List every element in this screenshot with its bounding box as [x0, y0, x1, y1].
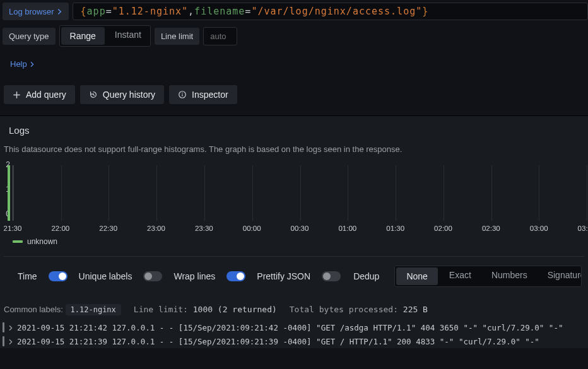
query-input[interactable]: {app="1.12-nginx",filename="/var/log/ngi… [73, 3, 588, 20]
log-text: 2021-09-15 21:21:39 127.0.0.1 - - [15/Se… [17, 337, 539, 346]
time-toggle[interactable] [49, 271, 68, 281]
common-labels-label: Common labels: [4, 305, 63, 314]
legend-swatch-icon [13, 240, 23, 243]
chart-gridline [396, 165, 396, 221]
line-limit-input[interactable] [203, 27, 237, 45]
log-text: 2021-09-15 21:21:42 127.0.0.1 - - [15/Se… [17, 323, 563, 332]
query-key-app: app [87, 6, 106, 17]
x-tick: 03:30 [578, 225, 588, 232]
dedup-signature[interactable]: Signature [538, 266, 582, 286]
prettify-json-toggle[interactable] [322, 271, 341, 281]
query-type-label: Query type [3, 28, 56, 45]
logs-histogram-chart[interactable]: 2 1 0 21:3022:0022:3023:0023:3000:0000:3… [0, 163, 588, 232]
info-icon [178, 90, 187, 99]
logs-panel-title: Logs [0, 124, 588, 144]
dedup-group: None Exact Numbers Signature [394, 266, 582, 287]
x-tick: 23:30 [195, 225, 213, 232]
inspector-label: Inspector [192, 90, 228, 100]
chart-gridline [539, 165, 539, 221]
bytes-processed-value: 225 B [403, 305, 428, 314]
unique-labels-toggle[interactable] [143, 271, 162, 281]
x-tick: 23:00 [147, 225, 165, 232]
query-val-app: "1.12-nginx" [112, 6, 188, 17]
chart-gridline [13, 165, 14, 221]
dedup-exact[interactable]: Exact [439, 266, 481, 286]
x-tick: 01:00 [338, 225, 356, 232]
chart-gridline [587, 165, 587, 221]
wrap-lines-toggle[interactable] [226, 271, 245, 281]
dedup-numbers[interactable]: Numbers [481, 266, 538, 286]
log-level-bar-icon [3, 336, 4, 346]
help-label: Help [10, 59, 27, 69]
chart-gridline [156, 165, 157, 221]
chart-gridline [300, 165, 301, 221]
time-toggle-label: Time [18, 271, 37, 281]
query-brace-close: } [422, 6, 428, 17]
chevron-right-icon[interactable] [8, 337, 13, 346]
histogram-note: This datasource does not support full-ra… [0, 144, 588, 160]
svg-rect-2 [182, 94, 182, 97]
bytes-processed-label: Total bytes processed: [290, 305, 398, 314]
query-val-filename: "/var/log/nginx/access.log" [251, 6, 422, 17]
chart-legend[interactable]: unknown [0, 236, 588, 252]
history-icon [89, 90, 98, 99]
unique-labels-toggle-label: Unique labels [79, 271, 132, 281]
histogram-bar[interactable] [8, 165, 10, 221]
plus-icon [13, 91, 21, 99]
chart-gridline [61, 165, 62, 221]
log-row[interactable]: 2021-09-15 21:21:42 127.0.0.1 - - [15/Se… [0, 320, 588, 334]
log-browser-button[interactable]: Log browser [3, 3, 69, 20]
log-level-bar-icon [3, 322, 4, 332]
chevron-right-icon [57, 9, 62, 15]
log-row[interactable]: 2021-09-15 21:21:39 127.0.0.1 - - [15/Se… [0, 334, 588, 348]
chart-gridline [204, 165, 205, 221]
line-limit-label: Line limit [155, 28, 199, 45]
line-limit-stat-value: 1000 (2 returned) [193, 305, 277, 314]
chevron-right-icon [30, 62, 35, 67]
chart-gridline [348, 165, 348, 221]
x-tick: 02:30 [482, 225, 500, 232]
common-label-pill[interactable]: 1.12-nginx [66, 304, 121, 315]
query-brace-open: { [81, 6, 87, 17]
x-tick: 01:30 [386, 225, 404, 232]
add-query-button[interactable]: Add query [4, 85, 75, 104]
wrap-lines-toggle-label: Wrap lines [173, 271, 215, 281]
chevron-right-icon[interactable] [8, 323, 13, 332]
x-tick: 21:30 [4, 225, 22, 232]
query-key-filename: filename [194, 6, 245, 17]
x-tick: 00:00 [243, 225, 261, 232]
help-button[interactable]: Help [4, 57, 41, 71]
prettify-json-toggle-label: Prettify JSON [257, 271, 310, 281]
add-query-label: Add query [26, 90, 66, 100]
query-history-button[interactable]: Query history [80, 85, 164, 104]
legend-label: unknown [27, 237, 57, 246]
line-limit-stat-label: Line limit: [134, 305, 188, 314]
x-tick: 02:00 [434, 225, 452, 232]
log-browser-label: Log browser [9, 7, 54, 16]
chart-gridline [444, 165, 444, 221]
chart-gridline [252, 165, 253, 221]
query-type-group: Range Instant [59, 25, 151, 47]
x-tick: 03:00 [530, 225, 548, 232]
x-tick: 00:30 [291, 225, 309, 232]
inspector-button[interactable]: Inspector [169, 85, 237, 104]
dedup-label: Dedup [353, 271, 379, 281]
svg-point-1 [182, 93, 183, 94]
query-type-instant[interactable]: Instant [106, 26, 150, 46]
chart-gridline [109, 165, 109, 221]
query-type-range[interactable]: Range [61, 27, 105, 45]
x-tick: 22:30 [99, 225, 117, 232]
chart-gridline [491, 165, 492, 221]
x-tick: 22:00 [51, 225, 69, 232]
dedup-none[interactable]: None [396, 267, 437, 285]
query-history-label: Query history [103, 90, 155, 100]
